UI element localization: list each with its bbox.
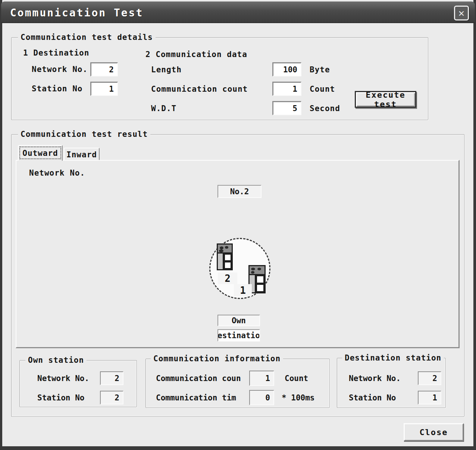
wdt-unit: Second xyxy=(310,104,340,113)
wdt-label: W.D.T xyxy=(151,104,176,113)
destination-station-input[interactable]: 1 xyxy=(90,82,118,96)
comm-info-count-label: Communication coun xyxy=(156,374,241,383)
dest-station-label: Station No xyxy=(349,393,396,402)
execute-test-button[interactable]: Execute test xyxy=(355,91,416,108)
length-input[interactable]: 100 xyxy=(272,62,301,76)
own-station-label: Station No xyxy=(37,393,84,402)
destination-network-input[interactable]: 2 xyxy=(90,62,118,76)
dest-network-label: Network No. xyxy=(349,374,401,383)
comm-count-input[interactable]: 1 xyxy=(272,82,301,96)
wdt-input[interactable]: 5 xyxy=(272,101,301,115)
length-label: Length xyxy=(151,65,182,74)
window-border-bottom xyxy=(0,446,476,450)
comm-info-time-unit: * 100ms xyxy=(282,393,315,402)
plc-connector-block xyxy=(218,245,232,254)
window-border-right xyxy=(473,0,476,450)
station-1-number: 1 xyxy=(234,284,252,296)
own-station-value: 2 xyxy=(100,391,123,405)
plc-body xyxy=(250,275,264,292)
dest-station-legend: Destination station xyxy=(342,353,444,362)
comm-info-count-unit: Count xyxy=(285,374,308,383)
length-unit: Byte xyxy=(310,65,330,74)
destination-network-label: Network No. xyxy=(32,65,88,74)
comm-info-legend: Communication information xyxy=(151,354,283,363)
station-2-number: 2 xyxy=(218,273,237,284)
result-network-label: Network No. xyxy=(29,169,85,177)
comm-data-heading: 2 Communication data xyxy=(145,50,247,59)
close-button[interactable]: Close xyxy=(404,423,464,441)
destination-station-badge: estinatio xyxy=(217,329,260,342)
window-title: Communication Test xyxy=(10,7,143,19)
dest-station-value: 1 xyxy=(418,391,441,405)
comm-info-time-value: 0 xyxy=(249,390,274,405)
title-bar[interactable]: Communication Test ✕ xyxy=(1,1,475,23)
own-station-legend: Own station xyxy=(25,356,87,365)
own-station-badge: Own xyxy=(217,315,260,326)
dest-network-value: 2 xyxy=(418,371,441,385)
window-border-left xyxy=(0,0,2,450)
comm-info-count-value: 1 xyxy=(249,371,274,386)
own-network-value: 2 xyxy=(100,371,123,385)
comm-info-time-label: Communication tim xyxy=(156,393,236,402)
plc-station-2-icon xyxy=(217,243,233,270)
plc-connector-block xyxy=(250,266,264,275)
close-icon[interactable]: ✕ xyxy=(454,6,469,21)
communication-test-dialog: Communication Test ✕ Communication test … xyxy=(0,0,476,450)
plc-body xyxy=(218,254,232,269)
details-legend: Communication test details xyxy=(18,33,156,42)
result-legend: Communication test result xyxy=(18,130,150,139)
comm-count-unit: Count xyxy=(310,85,335,94)
destination-station-label: Station No xyxy=(32,84,82,93)
own-network-label: Network No. xyxy=(37,374,89,383)
tab-inward[interactable]: Inward xyxy=(64,148,100,161)
comm-count-label: Communication count xyxy=(151,85,248,94)
destination-heading: 1 Destination xyxy=(23,48,89,57)
network-number-badge: No.2 xyxy=(217,185,262,198)
tab-outward[interactable]: Outward xyxy=(18,145,63,161)
